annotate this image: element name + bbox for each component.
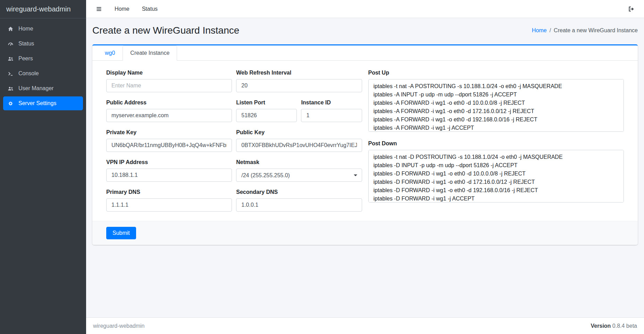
top-navbar: Home Status [86,0,644,18]
tab-create-instance[interactable]: Create Instance [123,45,177,61]
listen-port-group: Listen Port [236,100,297,122]
primary-dns-group: Primary DNS [106,189,232,212]
content-area: Create a new WireGuard Instance Home / C… [86,18,644,317]
card-footer: Submit [92,221,638,245]
netmask-label: Netmask [236,159,362,165]
brand-title[interactable]: wireguard-webadmin [0,0,86,18]
post-down-textarea[interactable]: iptables -t nat -D POSTROUTING -s 10.188… [368,150,624,203]
sidebar-item-label: User Manager [18,85,53,92]
page-title: Create a new WireGuard Instance [92,25,239,36]
post-up-label: Post Up [368,70,624,76]
public-key-input[interactable] [236,139,362,152]
netmask-select[interactable]: /24 (255.255.255.0) [236,169,362,182]
post-up-textarea[interactable]: iptables -t nat -A POSTROUTING -s 10.188… [368,79,624,132]
instance-id-input[interactable] [301,109,362,122]
display-name-input[interactable] [106,79,232,92]
port-id-row: Listen Port Instance ID [236,100,362,129]
sidebar-item-server-settings[interactable]: Server Settings [3,96,83,110]
footer-version-value: 0.8.4 beta [612,323,637,329]
post-down-label: Post Down [368,140,624,147]
sidebar-item-label: Home [18,26,33,32]
web-refresh-interval-label: Web Refresh Interval [236,70,362,76]
tab-wg0[interactable]: wg0 [97,45,123,61]
content-header: Create a new WireGuard Instance Home / C… [92,25,638,36]
main-panel: Home Status Create a new WireGuard Insta… [86,0,644,334]
sidebar-item-status[interactable]: Status [3,37,83,51]
primary-dns-input[interactable] [106,198,232,212]
vpn-ip-label: VPN IP Address [106,159,232,165]
vpn-ip-group: VPN IP Address [106,159,232,182]
submit-button[interactable]: Submit [106,227,136,239]
sidebar-item-user-manager[interactable]: User Manager [3,82,83,95]
form-right-column: Post Up iptables -t nat -A POSTROUTING -… [368,70,624,219]
public-address-label: Public Address [106,100,232,106]
public-key-label: Public Key [236,129,362,136]
sidebar-item-label: Status [18,41,34,47]
sidebar-item-label: Server Settings [18,100,56,106]
sidebar-item-home[interactable]: Home [3,22,83,36]
display-name-group: Display Name [106,70,232,92]
primary-dns-label: Primary DNS [106,189,232,195]
sidebar-item-label: Console [18,70,39,77]
web-refresh-interval-group: Web Refresh Interval [236,70,362,92]
netmask-select-wrap: /24 (255.255.255.0) [236,169,362,182]
app-root: wireguard-webadmin Home Status Peers [0,0,644,334]
netmask-group: Netmask /24 (255.255.255.0) [236,159,362,182]
instance-form: Display Name Web Refresh Interval Public… [92,61,638,221]
gears-icon [7,101,14,106]
sidebar-item-label: Peers [18,55,33,62]
breadcrumb-home-link[interactable]: Home [532,27,547,34]
footer-brand: wireguard-webadmin [93,323,145,329]
sidebar-menu: Home Status Peers Console [0,18,86,115]
secondary-dns-label: Secondary DNS [236,189,362,195]
instance-tabs: wg0 Create Instance [97,45,633,61]
instance-id-group: Instance ID [301,100,362,122]
page-footer: wireguard-webadmin Version 0.8.4 beta [86,317,644,334]
secondary-dns-input[interactable] [236,198,362,212]
navbar-link-home[interactable]: Home [115,6,129,12]
secondary-dns-group: Secondary DNS [236,189,362,212]
listen-port-label: Listen Port [236,100,297,106]
post-down-group: Post Down iptables -t nat -D POSTROUTING… [368,140,624,204]
footer-version-label: Version [591,323,611,329]
tachometer-icon [7,41,14,47]
post-up-group: Post Up iptables -t nat -A POSTROUTING -… [368,70,624,133]
form-left-column: Display Name Web Refresh Interval Public… [106,70,362,219]
users-cog-icon [7,86,14,92]
web-refresh-interval-input[interactable] [236,79,362,92]
listen-port-input[interactable] [236,109,297,122]
display-name-label: Display Name [106,70,232,76]
breadcrumb-separator: / [550,27,551,34]
public-key-group: Public Key [236,129,362,152]
sidebar-item-peers[interactable]: Peers [3,52,83,66]
terminal-icon [7,71,14,77]
home-icon [7,26,14,32]
users-icon [7,56,14,62]
private-key-input[interactable] [106,139,232,152]
logout-icon[interactable] [628,6,634,12]
vpn-ip-input[interactable] [106,169,232,182]
breadcrumb-current: Create a new WireGuard Instance [554,27,638,34]
footer-version: Version 0.8.4 beta [591,323,637,329]
create-instance-card: wg0 Create Instance Display Name Web [92,44,638,245]
private-key-group: Private Key [106,129,232,152]
instance-id-label: Instance ID [301,100,362,106]
breadcrumb: Home / Create a new WireGuard Instance [532,27,638,34]
public-address-group: Public Address [106,100,232,122]
card-tabs-header: wg0 Create Instance [92,45,638,61]
sidebar-toggle-icon[interactable] [96,6,102,12]
navbar-link-status[interactable]: Status [142,6,158,12]
sidebar: wireguard-webadmin Home Status Peers [0,0,86,334]
sidebar-item-console[interactable]: Console [3,67,83,80]
private-key-label: Private Key [106,129,232,136]
public-address-input[interactable] [106,109,232,122]
